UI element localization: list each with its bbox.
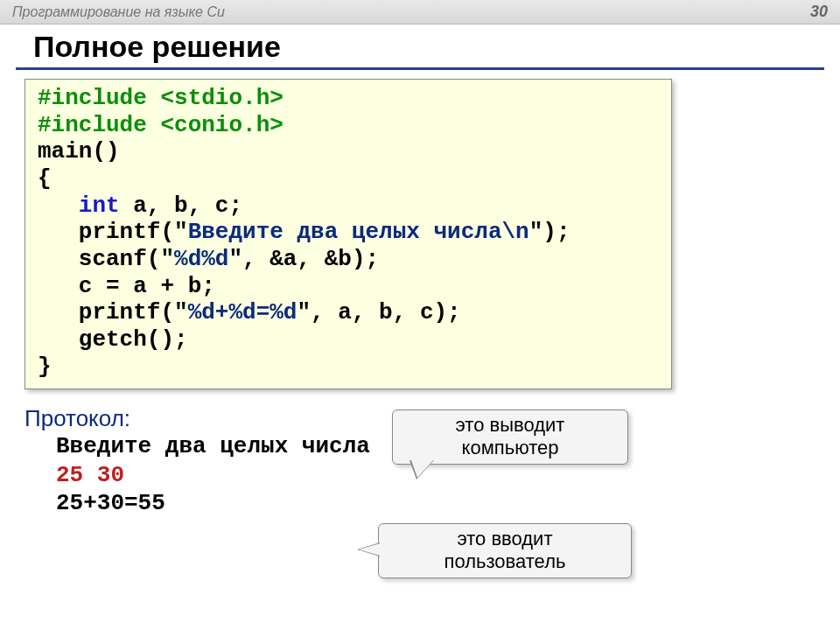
- callout-computer-output: это выводит компьютер: [392, 410, 628, 465]
- string-literal: Введите два целых числа\n: [188, 219, 529, 245]
- protocol-output: 25+30=55: [56, 489, 840, 518]
- code-text: ", a, b, c);: [297, 299, 460, 326]
- code-line: printf("Введите два целых числа\n");: [38, 219, 661, 246]
- callout-text: пользователь: [395, 550, 615, 573]
- header-title: Программирование на языке Си: [12, 4, 225, 20]
- header-page-number: 30: [810, 3, 828, 21]
- slide-title: Полное решение: [0, 24, 840, 67]
- code-block: #include <stdio.h> #include <conio.h> ma…: [24, 79, 672, 389]
- callout-text: компьютер: [409, 437, 612, 459]
- code-text: ", &a, &b);: [228, 246, 379, 272]
- code-line: {: [38, 165, 661, 192]
- code-line: main(): [38, 138, 661, 165]
- protocol-user-input: 25 30: [56, 461, 840, 490]
- keyword-int: int: [38, 192, 120, 219]
- callout-user-input: это вводит пользователь: [378, 523, 632, 578]
- code-text: printf(": [38, 219, 188, 245]
- callout-text: это выводит: [409, 414, 612, 437]
- code-line: #include <conio.h>: [38, 112, 284, 138]
- code-line: int a, b, c;: [38, 192, 661, 220]
- header-bar: Программирование на языке Си 30: [0, 0, 840, 24]
- code-line: printf("%d+%d=%d", a, b, c);: [38, 299, 661, 326]
- code-line: #include <stdio.h>: [38, 85, 284, 111]
- callout-text: это вводит: [395, 528, 615, 550]
- code-line: getch();: [38, 326, 661, 354]
- string-literal: %d%d: [174, 246, 228, 272]
- string-literal: %d+%d=%d: [188, 299, 298, 326]
- code-text: a, b, c;: [120, 192, 242, 219]
- code-line: scanf("%d%d", &a, &b);: [38, 246, 661, 273]
- title-underline: [16, 67, 824, 70]
- code-text: ");: [529, 219, 570, 245]
- callout-tail-icon: [410, 460, 434, 480]
- code-line: c = a + b;: [38, 273, 661, 300]
- code-text: scanf(": [38, 246, 174, 272]
- code-text: printf(": [38, 299, 188, 326]
- code-line: }: [38, 354, 661, 381]
- callout-tail-icon: [357, 542, 380, 556]
